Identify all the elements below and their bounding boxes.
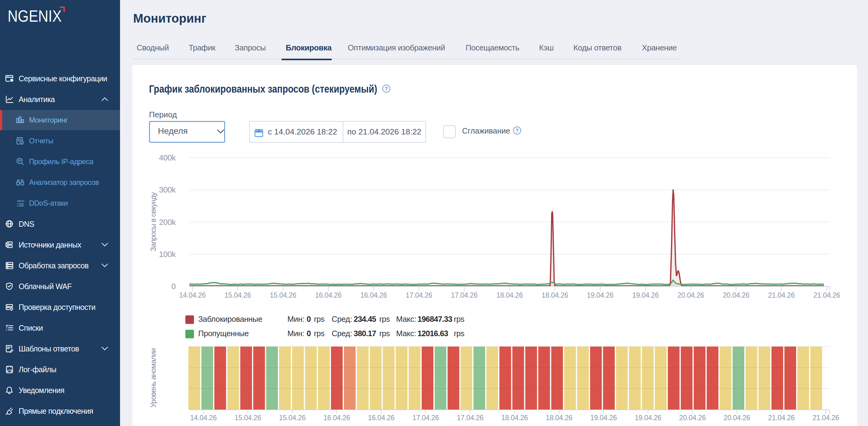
svg-text:16.04.26: 16.04.26 xyxy=(323,414,350,422)
svg-text:200k: 200k xyxy=(159,218,176,227)
svg-text:21.04.26: 21.04.26 xyxy=(768,291,795,299)
svg-text:LOG: LOG xyxy=(7,369,12,372)
svg-text:0: 0 xyxy=(171,282,176,291)
svg-text:21.04.26: 21.04.26 xyxy=(812,414,839,422)
svg-text:20.04.26: 20.04.26 xyxy=(723,291,749,299)
svg-text:17.04.26: 17.04.26 xyxy=(457,414,484,422)
svg-text:300k: 300k xyxy=(159,185,176,194)
svg-text:NGENIX: NGENIX xyxy=(8,7,62,25)
svg-text:17.04.26: 17.04.26 xyxy=(406,291,432,299)
svg-text:DDoS: DDoS xyxy=(17,200,24,203)
svg-text:?: ? xyxy=(516,128,519,133)
svg-text:15.04.26: 15.04.26 xyxy=(235,414,261,422)
svg-text:14.04.26: 14.04.26 xyxy=(179,291,206,299)
svg-text:17.04.26: 17.04.26 xyxy=(412,414,439,422)
svg-text:Уровень аномалии: Уровень аномалии xyxy=(149,348,157,408)
svg-text:20.04.26: 20.04.26 xyxy=(677,291,704,299)
svg-text:IP: IP xyxy=(18,159,21,162)
svg-text:19.04.26: 19.04.26 xyxy=(632,291,659,299)
svg-text:16.04.26: 16.04.26 xyxy=(368,414,395,422)
svg-text:21.04.26: 21.04.26 xyxy=(813,291,840,299)
svg-text:16.04.26: 16.04.26 xyxy=(361,291,387,299)
svg-text:17.04.26: 17.04.26 xyxy=(451,291,478,299)
svg-text:15.04.26: 15.04.26 xyxy=(224,291,251,299)
svg-text:15.04.26: 15.04.26 xyxy=(279,414,306,422)
svg-text:15.04.26: 15.04.26 xyxy=(270,291,296,299)
svg-text:18.04.26: 18.04.26 xyxy=(546,414,572,422)
svg-text:19.04.26: 19.04.26 xyxy=(590,414,617,422)
svg-text:400k: 400k xyxy=(159,153,176,162)
svg-text:14.04.26: 14.04.26 xyxy=(190,414,217,422)
svg-text:19.04.26: 19.04.26 xyxy=(587,291,614,299)
svg-text:21.04.26: 21.04.26 xyxy=(768,414,795,422)
svg-text:Запросы в секунду: Запросы в секунду xyxy=(149,192,157,251)
svg-text:20.04.26: 20.04.26 xyxy=(679,414,706,422)
svg-text:18.04.26: 18.04.26 xyxy=(501,414,528,422)
svg-text:18.04.26: 18.04.26 xyxy=(496,291,523,299)
svg-text:19.04.26: 19.04.26 xyxy=(635,414,661,422)
svg-text:18.04.26: 18.04.26 xyxy=(541,291,568,299)
svg-text:16.04.26: 16.04.26 xyxy=(315,291,341,299)
svg-text:100k: 100k xyxy=(159,250,176,259)
svg-text:?: ? xyxy=(385,86,388,91)
svg-text:20.04.26: 20.04.26 xyxy=(723,414,750,422)
